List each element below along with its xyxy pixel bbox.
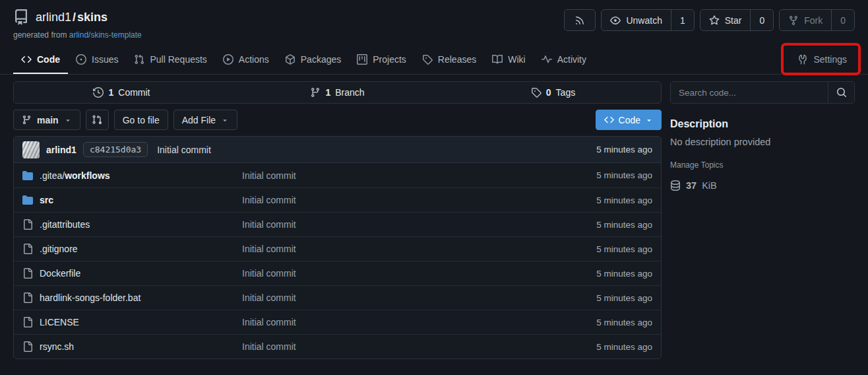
tab-code[interactable]: Code xyxy=(13,48,68,74)
description-title: Description xyxy=(670,118,855,130)
file-icon xyxy=(22,268,33,279)
table-row[interactable]: rsync.sh Initial commit 5 minutes ago xyxy=(14,334,661,358)
file-commit-time: 5 minutes ago xyxy=(562,318,661,327)
unwatch-button[interactable]: Unwatch xyxy=(602,10,670,30)
tags-stat[interactable]: 0 Tags xyxy=(445,82,661,103)
search-icon xyxy=(836,87,847,98)
manage-topics-link[interactable]: Manage Topics xyxy=(670,160,855,170)
forks-count[interactable]: 0 xyxy=(831,10,854,30)
tag-icon xyxy=(531,87,542,98)
table-row[interactable]: .gitea/workflows Initial commit 5 minute… xyxy=(14,163,661,188)
template-repo-link[interactable]: arlind/skins-template xyxy=(69,30,142,40)
repo-toolbar: main Go to file Add File Code xyxy=(13,110,662,130)
avatar[interactable] xyxy=(22,141,40,158)
file-commit-message[interactable]: Initial commit xyxy=(242,244,562,254)
file-icon xyxy=(22,244,33,254)
search-button[interactable] xyxy=(828,82,854,103)
table-row[interactable]: src Initial commit 5 minutes ago xyxy=(14,188,661,212)
file-icon xyxy=(22,292,33,303)
file-name-link[interactable]: hardlink-songs-folder.bat xyxy=(40,292,140,303)
eye-icon xyxy=(610,15,621,26)
pull-request-icon xyxy=(134,54,144,65)
tab-issues[interactable]: Issues xyxy=(68,48,126,74)
table-row[interactable]: .gitattributes Initial commit 5 minutes … xyxy=(14,212,661,236)
file-name-link[interactable]: .gitea/workflows xyxy=(40,170,110,181)
fork-button[interactable]: Fork xyxy=(780,10,831,30)
branch-selector[interactable]: main xyxy=(13,110,80,130)
tab-packages[interactable]: Packages xyxy=(277,48,349,74)
table-row[interactable]: LICENSE Initial commit 5 minutes ago xyxy=(14,310,661,334)
commits-stat[interactable]: 1 Commit xyxy=(14,82,230,103)
issue-icon xyxy=(76,54,86,65)
file-commit-time: 5 minutes ago xyxy=(562,195,661,205)
code-download-button[interactable]: Code xyxy=(596,110,662,130)
file-commit-time: 5 minutes ago xyxy=(562,269,661,279)
rss-button[interactable] xyxy=(564,9,596,31)
repo-name-link[interactable]: skins xyxy=(77,11,108,24)
fork-button-group: Fork 0 xyxy=(779,9,855,31)
file-name-link[interactable]: .gitignore xyxy=(40,244,78,254)
commit-time: 5 minutes ago xyxy=(596,145,652,154)
file-commit-message[interactable]: Initial commit xyxy=(242,195,562,205)
file-table: arlind1 c84215d0a3 Initial commit 5 minu… xyxy=(13,136,662,359)
file-commit-message[interactable]: Initial commit xyxy=(242,219,562,230)
stars-count[interactable]: 0 xyxy=(750,10,773,30)
fork-icon xyxy=(788,15,799,26)
file-icon xyxy=(22,219,33,230)
repo-action-buttons: Unwatch 1 Star 0 Fork 0 xyxy=(564,9,855,40)
tab-releases[interactable]: Releases xyxy=(414,48,484,74)
commit-hash-link[interactable]: c84215d0a3 xyxy=(83,142,148,157)
table-row[interactable]: Dockerfile Initial commit 5 minutes ago xyxy=(14,261,661,285)
repo-owner-link[interactable]: arlind1 xyxy=(36,11,71,24)
file-commit-time: 5 minutes ago xyxy=(562,293,661,303)
file-commit-message[interactable]: Initial commit xyxy=(242,292,562,303)
repo-icon xyxy=(13,9,29,25)
file-rows: .gitea/workflows Initial commit 5 minute… xyxy=(14,163,661,358)
table-row[interactable]: hardlink-songs-folder.bat Initial commit… xyxy=(14,285,661,310)
repo-size: 37 KiB xyxy=(670,180,855,191)
rss-icon xyxy=(574,15,585,26)
pulse-icon xyxy=(542,54,552,65)
search-input[interactable] xyxy=(671,82,828,103)
repo-tab-nav: Code Issues Pull Requests Actions Packag… xyxy=(0,48,868,75)
tag-icon xyxy=(422,54,433,65)
tab-activity[interactable]: Activity xyxy=(534,48,594,74)
code-icon xyxy=(604,115,614,125)
file-name-link[interactable]: LICENSE xyxy=(40,317,79,327)
tab-pull-requests[interactable]: Pull Requests xyxy=(126,48,214,74)
file-commit-message[interactable]: Initial commit xyxy=(242,317,562,327)
file-icon xyxy=(22,317,33,327)
branches-stat[interactable]: 1 Branch xyxy=(230,82,445,103)
tab-settings[interactable]: Settings xyxy=(790,48,855,74)
tab-projects[interactable]: Projects xyxy=(349,48,414,74)
watchers-count[interactable]: 1 xyxy=(671,10,694,30)
commit-author-link[interactable]: arlind1 xyxy=(46,145,77,155)
code-icon xyxy=(21,54,32,65)
history-icon xyxy=(93,87,104,98)
code-search-box xyxy=(670,81,855,104)
add-file-button[interactable]: Add File xyxy=(173,110,237,130)
file-commit-message[interactable]: Initial commit xyxy=(242,341,562,352)
git-branch-icon xyxy=(310,87,321,98)
commit-message-link[interactable]: Initial commit xyxy=(157,145,211,155)
repo-header: arlind1/skins generated from arlind/skin… xyxy=(0,0,868,40)
file-name-link[interactable]: rsync.sh xyxy=(40,341,74,352)
file-name-link[interactable]: Dockerfile xyxy=(40,268,80,279)
compare-button[interactable] xyxy=(86,110,109,130)
project-icon xyxy=(357,54,367,65)
go-to-file-button[interactable]: Go to file xyxy=(114,110,168,130)
main-column: 1 Commit 1 Branch 0 Tags main xyxy=(13,81,662,359)
file-commit-message[interactable]: Initial commit xyxy=(242,170,562,181)
file-commit-time: 5 minutes ago xyxy=(562,220,661,230)
file-name-link[interactable]: src xyxy=(40,195,53,205)
table-row[interactable]: .gitignore Initial commit 5 minutes ago xyxy=(14,236,661,261)
git-branch-icon xyxy=(22,115,32,125)
watch-button-group: Unwatch 1 xyxy=(601,9,694,31)
file-commit-time: 5 minutes ago xyxy=(562,170,661,180)
tab-actions[interactable]: Actions xyxy=(215,48,277,74)
file-name-link[interactable]: .gitattributes xyxy=(40,219,90,230)
star-button[interactable]: Star xyxy=(700,10,751,30)
tab-wiki[interactable]: Wiki xyxy=(484,48,533,74)
file-commit-message[interactable]: Initial commit xyxy=(242,268,562,279)
content: 1 Commit 1 Branch 0 Tags main xyxy=(0,75,868,359)
